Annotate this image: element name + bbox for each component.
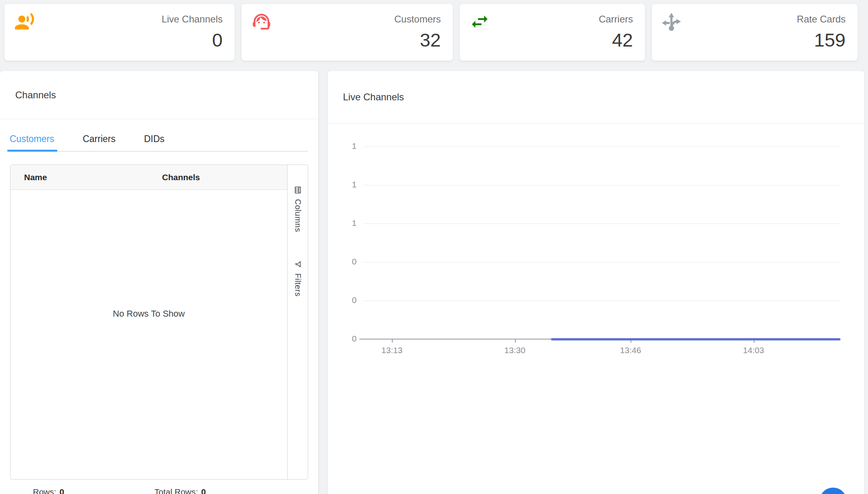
table-side-bar: Columns Filters (287, 165, 308, 479)
stat-value: 42 (469, 29, 633, 51)
chart-gridline (363, 301, 840, 301)
side-button-label: Columns (293, 199, 302, 232)
split-arrows-icon (661, 11, 682, 32)
channels-table-main: Name Channels No Rows To Show (10, 165, 287, 479)
tab-dids[interactable]: DIDs (144, 126, 164, 151)
rate-cards-card[interactable]: Rate Cards 159 (652, 4, 858, 61)
table-body: No Rows To Show (10, 190, 287, 479)
chart-gridline (363, 146, 840, 147)
table-header-name[interactable]: Name (10, 173, 157, 182)
y-axis-tick-label: 0 (328, 334, 357, 344)
support-agent-icon (251, 11, 272, 32)
live-channels-card[interactable]: Live Channels 0 (4, 4, 235, 61)
tab-label: Customers (10, 134, 54, 144)
stat-value: 32 (251, 29, 441, 51)
filter-icon (294, 260, 302, 268)
carriers-card[interactable]: Carriers 42 (460, 4, 645, 61)
swap-arrows-icon (469, 11, 490, 32)
channels-panel-header: Channels (0, 71, 318, 119)
y-axis-tick-label: 1 (328, 218, 357, 228)
stat-label: Live Channels (14, 14, 223, 25)
stat-label: Carriers (469, 14, 633, 25)
x-axis-tick-label: 13:46 (606, 346, 655, 355)
status-bar: Rows:0 Total Rows:0 (0, 480, 318, 494)
tab-carriers[interactable]: Carriers (83, 126, 116, 151)
chart-series-line (551, 338, 840, 340)
stat-label: Rate Cards (661, 14, 846, 25)
table-header-channels[interactable]: Channels (157, 173, 200, 182)
columns-icon (294, 186, 302, 194)
y-axis-tick-label: 0 (328, 257, 357, 266)
live-channels-panel: Live Channels 11100013:1313:3013:4614:03 (328, 71, 864, 494)
side-button-label: Filters (293, 273, 302, 297)
stat-cards-row: Live Channels 0 Customers 32 Carriers 42 (4, 4, 858, 61)
tab-label: DIDs (144, 134, 164, 144)
y-axis-tick-label: 1 (328, 180, 357, 189)
x-axis-tick-label: 13:30 (491, 346, 539, 355)
stat-label: Customers (251, 14, 441, 25)
channels-tabs: Customers Carriers DIDs (10, 126, 308, 152)
x-axis-tick (515, 339, 516, 343)
chart-gridline (363, 185, 840, 185)
table-header-row: Name Channels (10, 165, 287, 190)
total-rows-count: Total Rows:0 (154, 487, 206, 494)
chart-gridline (363, 262, 840, 262)
side-button-columns[interactable]: Columns (293, 186, 302, 232)
x-axis-tick-label: 13:13 (368, 346, 416, 355)
y-axis-tick-label: 0 (328, 295, 357, 305)
tab-customers[interactable]: Customers (10, 126, 54, 151)
panel-title: Channels (15, 89, 56, 101)
stat-value: 159 (661, 29, 846, 51)
side-button-filters[interactable]: Filters (293, 260, 302, 297)
channels-table: Name Channels No Rows To Show Columns (10, 165, 308, 480)
tab-label: Carriers (83, 134, 116, 144)
record-voice-icon (14, 11, 35, 32)
channels-panel: Channels Customers Carriers DIDs Name Ch… (0, 71, 318, 494)
x-axis-tick (392, 339, 393, 343)
y-axis-tick-label: 1 (328, 141, 357, 151)
chart-gridline (363, 224, 840, 224)
live-channels-chart: 11100013:1313:3013:4614:03 (328, 71, 864, 494)
rows-count: Rows:0 (33, 487, 64, 494)
no-rows-overlay: No Rows To Show (113, 309, 185, 319)
stat-value: 0 (14, 29, 223, 51)
x-axis-tick-label: 14:03 (730, 346, 778, 355)
customers-card[interactable]: Customers 32 (241, 4, 453, 61)
